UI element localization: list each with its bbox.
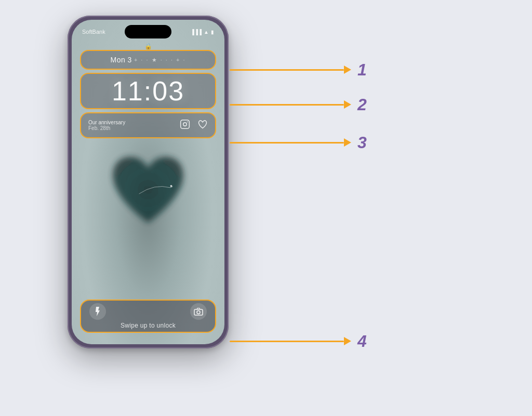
arrow-line-1: [230, 69, 344, 71]
battery-icon: ▮: [211, 29, 214, 35]
arrow-head-2: [344, 100, 351, 109]
annotation-number-2: 2: [357, 96, 367, 113]
dynamic-island: [125, 25, 171, 38]
status-icons: ▐▐▐ ▲ ▮: [191, 29, 214, 35]
info-widget[interactable]: Our anniversary Feb. 28th: [80, 112, 216, 138]
annotation-number-3: 3: [357, 134, 367, 151]
time-display: 11:03: [112, 75, 184, 107]
svg-point-3: [187, 121, 188, 122]
annotation-number-4: 4: [357, 333, 367, 349]
svg-rect-4: [194, 309, 203, 315]
arrow-line-4: [230, 341, 344, 342]
status-bar: SoftBank ▐▐▐ ▲ ▮: [72, 20, 224, 41]
anniversary-date: Feb. 28th: [88, 125, 125, 131]
camera-icon[interactable]: [190, 303, 207, 320]
info-icons: [180, 119, 208, 132]
signal-icon: ▐▐▐: [191, 29, 202, 35]
heart-wallpaper: [103, 147, 194, 230]
arrow-head-3: [344, 138, 351, 147]
heart-icon: [197, 119, 208, 132]
date-decoration: + · · ★ · · · + ·: [134, 57, 186, 63]
phone-shell: SoftBank ▐▐▐ ▲ ▮ 🔒 Mon 3 + · · ★ · · · +…: [68, 16, 229, 348]
date-text: Mon 3: [110, 56, 131, 64]
annotation-2: 2: [230, 96, 367, 113]
anniversary-title: Our anniversary: [88, 120, 125, 125]
instagram-icon: [180, 119, 190, 132]
swipe-text: Swipe up to unlock: [121, 322, 176, 329]
arrow-line-2: [230, 104, 344, 106]
carrier-text: SoftBank: [82, 29, 105, 35]
scene: SoftBank ▐▐▐ ▲ ▮ 🔒 Mon 3 + · · ★ · · · +…: [0, 0, 532, 416]
svg-point-5: [197, 311, 200, 314]
arrow-line-3: [230, 142, 344, 144]
arrow-head-4: [344, 337, 351, 345]
unlock-bar[interactable]: Swipe up to unlock: [80, 300, 216, 333]
svg-rect-1: [181, 120, 190, 128]
date-widget[interactable]: Mon 3 + · · ★ · · · + ·: [80, 50, 216, 70]
annotation-1: 1: [230, 61, 367, 78]
wifi-icon: ▲: [204, 29, 209, 35]
anniversary-info: Our anniversary Feb. 28th: [88, 120, 125, 131]
unlock-row: [89, 303, 207, 320]
arrow-head-1: [344, 66, 351, 74]
annotation-4: 4: [230, 333, 367, 349]
time-widget[interactable]: 11:03: [80, 73, 216, 109]
annotation-3: 3: [230, 134, 367, 151]
phone-screen: SoftBank ▐▐▐ ▲ ▮ 🔒 Mon 3 + · · ★ · · · +…: [72, 20, 224, 344]
annotation-number-1: 1: [357, 61, 367, 78]
lock-icon: 🔒: [144, 43, 152, 50]
svg-point-2: [183, 122, 187, 126]
flashlight-icon[interactable]: [89, 303, 106, 320]
svg-point-0: [170, 185, 172, 187]
